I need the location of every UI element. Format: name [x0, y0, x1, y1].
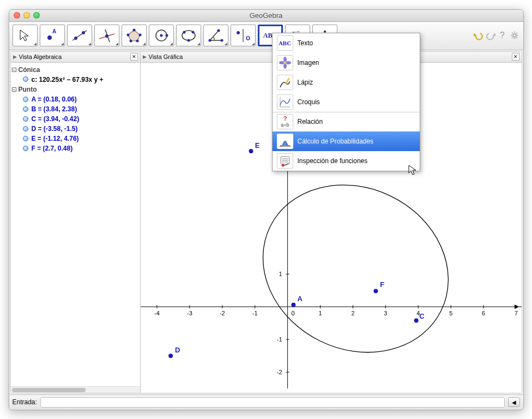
titlebar[interactable]: GeoGebra [9, 10, 523, 22]
svg-point-12 [129, 40, 132, 43]
svg-point-1 [47, 35, 52, 40]
svg-point-3 [74, 37, 77, 40]
svg-line-40 [516, 33, 517, 34]
svg-text:a=b: a=b [281, 122, 289, 128]
help-button[interactable]: ? [497, 30, 508, 41]
svg-point-23 [220, 39, 223, 42]
svg-text:A: A [297, 295, 303, 303]
svg-point-10 [138, 34, 141, 37]
minimize-window-button[interactable] [23, 12, 30, 19]
svg-point-21 [208, 39, 211, 42]
point-a[interactable] [291, 302, 295, 307]
svg-point-11 [136, 40, 138, 43]
sketch-icon [277, 94, 293, 110]
dropdown-item-probability[interactable]: Cálculo de Probabilidades [273, 131, 420, 151]
relation-icon: ?a=b [277, 114, 293, 129]
point-e[interactable] [249, 149, 253, 153]
chevron-right-icon[interactable]: ▶ [143, 54, 147, 59]
redo-button[interactable] [485, 30, 496, 41]
toolbar: A ABC a=2 ? [9, 22, 523, 50]
svg-line-38 [516, 38, 517, 39]
svg-text:0: 0 [291, 310, 294, 316]
svg-point-22 [217, 29, 220, 32]
svg-text:F: F [380, 280, 384, 289]
svg-point-4 [82, 31, 85, 34]
point-c[interactable] [414, 318, 418, 322]
svg-text:-4: -4 [154, 310, 160, 316]
settings-button[interactable] [509, 30, 520, 41]
tool-line[interactable] [67, 25, 92, 46]
text-icon: ABC [277, 35, 293, 51]
point-d[interactable] [168, 354, 173, 358]
tool-point[interactable]: A [40, 25, 65, 46]
svg-point-20 [187, 39, 190, 42]
svg-point-13 [126, 34, 129, 37]
svg-text:D: D [174, 346, 179, 354]
svg-point-25 [237, 31, 240, 34]
point-f[interactable] [373, 289, 378, 293]
algebra-close-button[interactable]: ✕ [130, 53, 138, 61]
algebra-item-conic[interactable]: c: 120.25x² − 67.93x y + [12, 75, 139, 85]
svg-point-16 [165, 34, 168, 37]
algebra-item-a[interactable]: A = (0.18, 0.06) [12, 94, 139, 104]
algebra-item-e[interactable]: E = (-1.12, 4.76) [12, 134, 139, 143]
graphics-close-button[interactable]: ✕ [512, 53, 519, 61]
svg-point-18 [183, 31, 185, 34]
graphics-panel-title: Vista Gráfica [149, 53, 183, 60]
svg-text:2: 2 [351, 310, 354, 316]
close-window-button[interactable] [14, 12, 20, 19]
algebra-item-b[interactable]: B = (3.84, 2.38) [12, 104, 139, 114]
svg-text:1: 1 [279, 271, 282, 277]
tool-perpendicular[interactable] [94, 25, 119, 46]
algebra-panel-header: ▶ Vista Algebraica ✕ [11, 52, 140, 63]
svg-text:6: 6 [482, 310, 485, 316]
tool-move[interactable] [13, 25, 38, 46]
svg-point-15 [160, 34, 162, 37]
svg-line-39 [512, 38, 513, 39]
svg-text:-3: -3 [186, 310, 192, 316]
svg-line-37 [512, 33, 513, 34]
algebra-panel-title: Vista Algebraica [19, 53, 62, 60]
input-submit-button[interactable]: ◀ [508, 397, 520, 407]
dropdown-item-inspect[interactable]: Inspección de funciones [273, 151, 420, 171]
svg-point-9 [132, 29, 135, 32]
svg-point-82 [283, 61, 286, 64]
svg-text:-2: -2 [219, 310, 225, 316]
svg-text:7: 7 [514, 310, 517, 316]
undo-button[interactable] [473, 30, 484, 41]
dropdown-item-sketch[interactable]: Croquis [273, 92, 420, 112]
svg-point-26 [246, 37, 250, 40]
svg-point-72 [234, 154, 476, 382]
svg-point-19 [191, 31, 194, 34]
dropdown-item-image[interactable]: Imagen [273, 53, 420, 73]
svg-text:3: 3 [384, 310, 387, 316]
algebra-item-d[interactable]: D = (-3.58, -1.5) [12, 124, 139, 134]
pencil-icon [277, 75, 293, 90]
tool-circle[interactable] [149, 25, 174, 46]
algebra-tree: −Cónica c: 120.25x² − 67.93x y + −Punto … [11, 63, 140, 386]
algebra-category-point[interactable]: −Punto [12, 85, 139, 94]
zoom-window-button[interactable] [33, 12, 40, 19]
window-title: GeoGebra [250, 11, 283, 20]
chevron-right-icon[interactable]: ▶ [13, 54, 17, 59]
dropdown-item-pencil[interactable]: Lápiz [273, 73, 420, 92]
svg-point-93 [281, 164, 284, 166]
svg-text:?: ? [283, 115, 287, 122]
algebra-scrollbar[interactable] [11, 386, 140, 393]
tool-angle[interactable] [203, 25, 228, 46]
svg-text:5: 5 [449, 310, 452, 316]
input-label: Entrada: [13, 398, 37, 406]
tool-conic[interactable] [176, 25, 201, 46]
tool-polygon[interactable] [122, 25, 147, 46]
svg-text:-2: -2 [276, 369, 282, 375]
inspect-icon [277, 153, 293, 169]
algebra-item-c[interactable]: C = (3.94, -0.42) [12, 114, 139, 124]
dropdown-item-relation[interactable]: ?a=b Relación [273, 112, 420, 131]
algebra-item-f[interactable]: F = (2.7, 0.48) [12, 143, 139, 153]
dropdown-item-text[interactable]: ABC Texto [273, 33, 420, 53]
svg-point-32 [513, 34, 516, 37]
tool-reflect[interactable] [231, 25, 256, 46]
flower-icon [277, 55, 293, 70]
algebra-category-conic[interactable]: −Cónica [12, 65, 139, 75]
command-input[interactable] [40, 397, 505, 408]
